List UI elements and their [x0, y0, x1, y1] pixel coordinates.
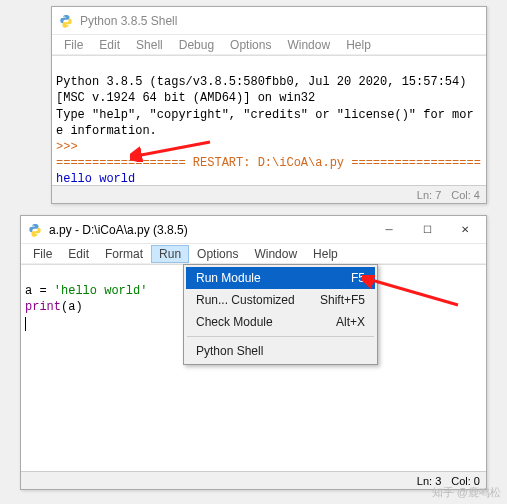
shell-title: Python 3.8.5 Shell: [80, 14, 484, 28]
shell-restart: ================== RESTART: D:\iCoA\a.py…: [56, 156, 481, 170]
shell-status-col: Col: 4: [451, 189, 480, 201]
shell-banner-l0: Python 3.8.5 (tags/v3.8.5:580fbb0, Jul 2…: [56, 75, 466, 89]
code-l0a: a =: [25, 284, 54, 298]
shell-status-ln: Ln: 7: [417, 189, 441, 201]
text-caret: [25, 317, 26, 331]
check-module-item[interactable]: Check Module Alt+X: [186, 311, 375, 333]
shell-menubar: File Edit Shell Debug Options Window Hel…: [52, 35, 486, 55]
editor-titlebar[interactable]: a.py - D:\iCoA\a.py (3.8.5) ─ ☐ ✕: [21, 216, 486, 244]
run-module-item[interactable]: Run Module F5: [186, 267, 375, 289]
shell-prompt-1: >>>: [56, 140, 78, 154]
shell-banner-l1: [MSC v.1924 64 bit (AMD64)] on win32: [56, 91, 315, 105]
editor-menu-run[interactable]: Run: [151, 245, 189, 263]
python-icon: [58, 13, 74, 29]
shell-output[interactable]: Python 3.8.5 (tags/v3.8.5:580fbb0, Jul 2…: [52, 55, 486, 185]
editor-title: a.py - D:\iCoA\a.py (3.8.5): [49, 223, 370, 237]
watermark: 知乎 @鹿鸣松: [432, 485, 501, 500]
shell-menu-edit[interactable]: Edit: [91, 36, 128, 54]
editor-menu-edit[interactable]: Edit: [60, 245, 97, 263]
editor-menu-format[interactable]: Format: [97, 245, 151, 263]
code-l0b: 'hello world': [54, 284, 148, 298]
python-shell-item[interactable]: Python Shell: [186, 340, 375, 362]
python-icon: [27, 222, 43, 238]
menu-separator: [187, 336, 374, 337]
editor-menubar: File Edit Format Run Options Window Help: [21, 244, 486, 264]
shell-menu-file[interactable]: File: [56, 36, 91, 54]
shell-banner-l2: Type "help", "copyright", "credits" or "…: [56, 108, 474, 122]
shell-menu-options[interactable]: Options: [222, 36, 279, 54]
editor-menu-window[interactable]: Window: [246, 245, 305, 263]
code-l1a: print: [25, 300, 61, 314]
shell-statusbar: Ln: 7 Col: 4: [52, 185, 486, 203]
shell-menu-window[interactable]: Window: [279, 36, 338, 54]
shell-banner-l3: e information.: [56, 124, 157, 138]
run-customized-item[interactable]: Run... Customized Shift+F5: [186, 289, 375, 311]
shell-titlebar[interactable]: Python 3.8.5 Shell: [52, 7, 486, 35]
run-dropdown: Run Module F5 Run... Customized Shift+F5…: [183, 264, 378, 365]
editor-menu-file[interactable]: File: [25, 245, 60, 263]
code-l1b: (a): [61, 300, 83, 314]
shell-menu-shell[interactable]: Shell: [128, 36, 171, 54]
minimize-button[interactable]: ─: [370, 217, 408, 243]
maximize-button[interactable]: ☐: [408, 217, 446, 243]
editor-menu-options[interactable]: Options: [189, 245, 246, 263]
close-button[interactable]: ✕: [446, 217, 484, 243]
shell-menu-help[interactable]: Help: [338, 36, 379, 54]
editor-statusbar: Ln: 3 Col: 0: [21, 471, 486, 489]
editor-menu-help[interactable]: Help: [305, 245, 346, 263]
shell-output-line: hello world: [56, 172, 135, 185]
shell-menu-debug[interactable]: Debug: [171, 36, 222, 54]
